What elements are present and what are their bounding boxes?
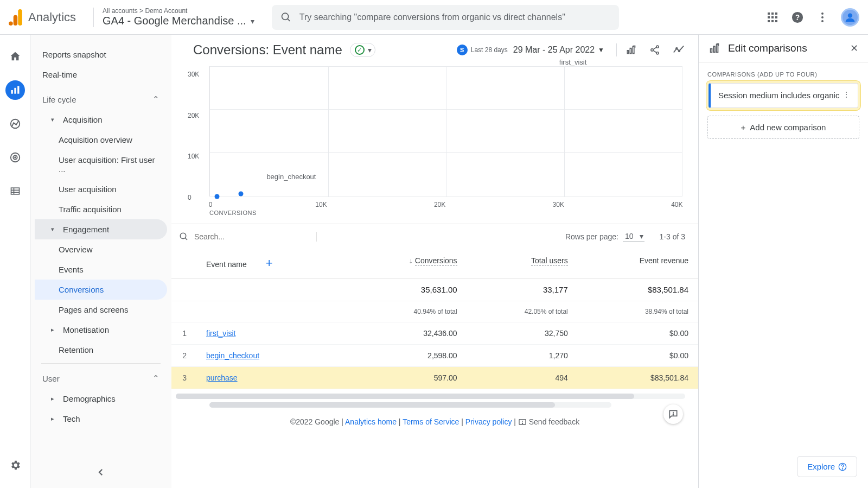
- account-avatar[interactable]: [841, 8, 859, 27]
- chevron-up-icon: ⌃: [152, 94, 159, 104]
- comparison-text: Session medium includes organic: [718, 90, 839, 101]
- svg-rect-27: [11, 188, 19, 194]
- svg-point-18: [821, 20, 824, 22]
- customize-icon[interactable]: [624, 43, 637, 56]
- table-search[interactable]: [176, 232, 317, 242]
- rail-configure[interactable]: [5, 181, 25, 201]
- table-scrollbar[interactable]: [176, 394, 685, 399]
- segment-chip[interactable]: S Last 28 days: [457, 45, 508, 55]
- svg-rect-12: [771, 20, 774, 22]
- edit-comparisons-panel: Edit comparisons ✕ COMPARISONS (ADD UP T…: [699, 35, 868, 488]
- logo-area: Analytics: [9, 9, 85, 26]
- share-icon[interactable]: [648, 43, 661, 56]
- sidebar-acq-user[interactable]: User acquisition: [35, 179, 167, 199]
- sidebar-eng-pages[interactable]: Pages and screens: [35, 300, 167, 320]
- sidebar-realtime[interactable]: Real-time: [35, 65, 167, 85]
- sidebar-eng-overview[interactable]: Overview: [35, 239, 167, 259]
- table-row-highlighted[interactable]: 3 purchase 597.00 494 $83,501.84: [171, 367, 698, 389]
- send-feedback[interactable]: Send feedback: [518, 417, 579, 426]
- event-link[interactable]: begin_checkout: [206, 351, 259, 360]
- table-row[interactable]: 2 begin_checkout 2,598.00 1,270 $0.00: [171, 345, 698, 367]
- report-actions: [616, 43, 685, 56]
- sidebar-demographics[interactable]: ▸Demographics: [35, 389, 167, 409]
- data-point[interactable]: [215, 194, 220, 199]
- search-icon: [179, 232, 189, 242]
- account-selector[interactable]: All accounts > Demo Account GA4 - Google…: [103, 7, 265, 27]
- sidebar-monetisation[interactable]: ▸Monetisation: [35, 320, 167, 340]
- plus-icon: +: [741, 123, 746, 132]
- help-icon[interactable]: ?: [791, 11, 804, 24]
- report-header: Conversions: Event name ✓ ▾ S Last 28 da…: [171, 35, 698, 61]
- rail-admin[interactable]: [5, 455, 25, 475]
- x-tick: 40K: [671, 201, 682, 208]
- footer-privacy-link[interactable]: Privacy policy: [465, 417, 512, 426]
- footer-home-link[interactable]: Analytics home: [345, 417, 397, 426]
- explore-button[interactable]: Explore: [797, 456, 857, 477]
- sidebar-retention[interactable]: Retention: [35, 340, 167, 360]
- search-input[interactable]: [299, 12, 610, 22]
- sidebar-lifecycle[interactable]: Life cycle⌃: [35, 89, 167, 110]
- svg-point-45: [522, 423, 522, 424]
- svg-rect-6: [771, 12, 774, 15]
- rows-pp-select[interactable]: 10 ▾: [623, 231, 644, 242]
- table-search-input[interactable]: [194, 232, 292, 241]
- rail-explore[interactable]: [5, 114, 25, 134]
- svg-rect-13: [775, 20, 777, 22]
- sidebar-acq-traffic[interactable]: Traffic acquisition: [35, 199, 167, 219]
- col-users[interactable]: Total users: [467, 249, 578, 278]
- check-icon: ✓: [355, 45, 365, 55]
- y-tick: 20K: [188, 112, 199, 119]
- svg-rect-5: [768, 12, 770, 15]
- rail-advertising[interactable]: [5, 148, 25, 167]
- pagination-info: 1-3 of 3: [660, 232, 685, 241]
- sidebar-eng-events[interactable]: Events: [35, 259, 167, 280]
- more-vert-icon[interactable]: [816, 11, 829, 24]
- rail-reports[interactable]: [5, 80, 25, 100]
- col-conversions[interactable]: ↓Conversions: [348, 249, 467, 278]
- caret-right-icon: ▸: [51, 395, 59, 402]
- sidebar-acquisition[interactable]: ▾Acquisition: [35, 110, 167, 130]
- close-icon[interactable]: ✕: [850, 42, 858, 54]
- more-vert-icon[interactable]: ⋮: [843, 90, 850, 99]
- feedback-fab[interactable]: [663, 404, 683, 424]
- sidebar-acq-overview[interactable]: Acquisition overview: [35, 130, 167, 150]
- divider: [41, 363, 161, 364]
- table-row[interactable]: 1 first_visit 32,436.00 32,750 $0.00: [171, 322, 698, 345]
- svg-point-2: [9, 21, 13, 26]
- totals-sub-row: 40.94% of total 42.05% of total 38.94% o…: [171, 301, 698, 322]
- sidebar-snapshot[interactable]: Reports snapshot: [35, 45, 167, 65]
- caret-down-icon: ▾: [51, 226, 59, 233]
- insights-icon[interactable]: [672, 43, 685, 56]
- event-link[interactable]: first_visit: [206, 329, 235, 338]
- analytics-logo-icon: [9, 9, 23, 26]
- sidebar-eng-conversions[interactable]: Conversions: [35, 280, 167, 300]
- col-event[interactable]: Event name +: [196, 249, 348, 278]
- content-scrollbar[interactable]: [209, 402, 611, 408]
- comparison-card[interactable]: Session medium includes organic ⋮: [709, 83, 858, 108]
- sidebar-acq-first-user[interactable]: User acquisition: First user ...: [35, 150, 167, 179]
- collapse-sidebar-icon[interactable]: [96, 467, 106, 477]
- caret-right-icon: ▸: [51, 415, 59, 422]
- add-dimension-icon[interactable]: +: [266, 256, 273, 270]
- rail-home[interactable]: [5, 47, 25, 66]
- event-link[interactable]: purchase: [206, 373, 238, 382]
- svg-rect-20: [11, 90, 12, 94]
- add-comparison-button[interactable]: + Add new comparison: [707, 116, 859, 139]
- data-table: Event name + ↓Conversions Total users Ev…: [171, 249, 698, 389]
- svg-point-17: [821, 16, 824, 18]
- date-range-picker[interactable]: 29 Mar - 25 Apr 2022 ▼: [513, 45, 604, 55]
- chevron-down-icon: ▾: [640, 232, 643, 240]
- footer-tos-link[interactable]: Terms of Service: [403, 417, 459, 426]
- col-revenue[interactable]: Event revenue: [578, 249, 698, 278]
- search-bar[interactable]: [272, 5, 619, 30]
- x-tick: 0: [209, 201, 213, 208]
- data-point[interactable]: [238, 192, 243, 197]
- apps-icon[interactable]: [766, 11, 779, 24]
- sidebar-tech[interactable]: ▸Tech: [35, 409, 167, 429]
- status-chip[interactable]: ✓ ▾: [350, 43, 375, 57]
- sidebar-user[interactable]: User⌃: [35, 368, 167, 389]
- rows-per-page[interactable]: Rows per page: 10 ▾: [565, 231, 644, 242]
- caret-right-icon: ▸: [51, 326, 59, 333]
- sidebar-engagement[interactable]: ▾Engagement: [35, 219, 167, 239]
- svg-rect-32: [630, 48, 631, 54]
